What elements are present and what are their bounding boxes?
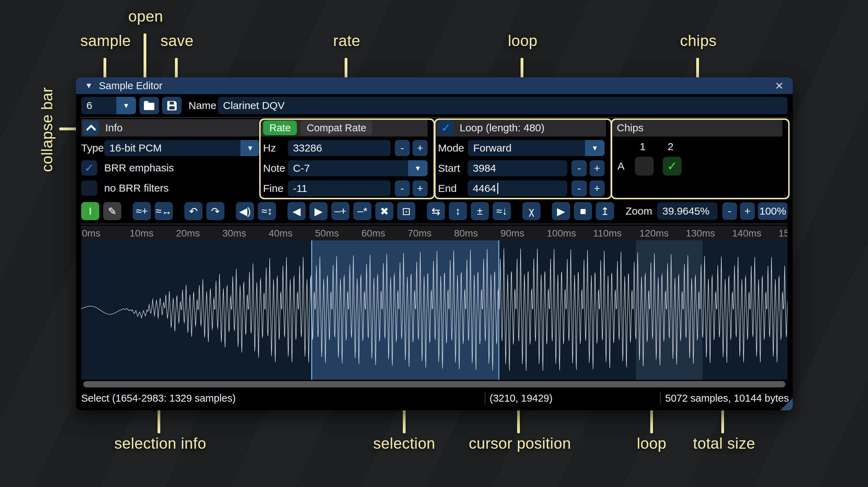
fade-out-button[interactable]: ▶ <box>309 202 328 220</box>
sample-select[interactable]: 6 ▼ <box>81 97 136 114</box>
chevron-up-icon <box>86 124 96 134</box>
note-select-value: C-7 <box>288 160 408 176</box>
loop-end-value: 4464 <box>473 183 496 194</box>
fade-in-button[interactable]: ◀ <box>287 202 306 220</box>
redo-button[interactable]: ↷ <box>206 202 224 220</box>
import-button[interactable]: ↥ <box>596 202 614 220</box>
import-icon: ↥ <box>600 205 609 217</box>
tab-rate[interactable]: Rate <box>263 121 297 135</box>
zoom-in-button[interactable]: + <box>740 202 755 220</box>
chevron-down-icon[interactable]: ▼ <box>585 140 605 156</box>
horizontal-scrollbar[interactable] <box>83 381 785 387</box>
select-mode-button[interactable]: I <box>81 202 99 220</box>
ruler-tick-label: 20ms <box>176 228 200 239</box>
chip-1-checkbox[interactable]: ✓ <box>635 157 654 176</box>
amplify-button[interactable]: ≈↕ <box>258 202 276 220</box>
loop-enable-checkbox[interactable]: ✓ <box>438 121 454 135</box>
loop-mode-select[interactable]: Forward ▼ <box>468 140 605 156</box>
hz-input[interactable]: 33286 <box>288 140 391 156</box>
invert-button[interactable]: ↕ <box>449 202 467 220</box>
annotation-cursor-position: cursor position <box>469 435 571 452</box>
time-ruler[interactable]: 0ms10ms20ms30ms40ms50ms60ms70ms80ms90ms1… <box>81 226 788 240</box>
sample-select-value: 6 <box>81 97 116 114</box>
no-brr-filters-checkbox[interactable]: ✓ <box>81 180 97 196</box>
zoom-input[interactable]: 39.9645% <box>657 202 717 220</box>
waveform-view[interactable] <box>81 240 788 380</box>
chips-column-2: 2 <box>668 141 674 153</box>
filter-button[interactable]: ≈↓ <box>493 202 511 220</box>
annotation-open: open <box>128 8 163 25</box>
undo-button[interactable]: ↶ <box>184 202 202 220</box>
hz-plus-button[interactable]: + <box>413 140 428 156</box>
ruler-tick-label: 0ms <box>82 228 100 239</box>
toolbar: I✎≈+≈↔↶↷◀)≈↕◀▶–+–*✖⊡⇆↕±≈↓χ▶■↥ Zoom 39.96… <box>81 202 788 220</box>
type-select[interactable]: 16-bit PCM ▼ <box>104 140 260 156</box>
save-floppy-icon <box>167 101 177 110</box>
window-resize-grip[interactable] <box>780 398 793 410</box>
trim-icon: ⊡ <box>402 205 410 217</box>
stop-button[interactable]: ■ <box>574 202 592 220</box>
tab-compat-rate[interactable]: Compat Rate <box>300 121 372 135</box>
reverse-button[interactable]: ⇆ <box>427 202 445 220</box>
annotation-save: save <box>161 32 194 49</box>
brr-emphasis-checkbox[interactable]: ✓ <box>81 160 97 176</box>
open-folder-icon <box>144 103 154 110</box>
zoom-reset-button[interactable]: 100% <box>758 202 788 220</box>
loop-start-value: 3984 <box>473 162 496 174</box>
resize-button[interactable]: ≈+ <box>133 202 151 220</box>
hz-minus-button[interactable]: - <box>395 140 410 156</box>
open-button[interactable] <box>139 97 159 114</box>
zoom-out-button[interactable]: - <box>722 202 737 220</box>
save-button[interactable] <box>162 97 182 114</box>
sample-editor-window: ▼ Sample Editor ✕ 6 ▼ Name Clarinet DQV <box>76 77 793 410</box>
loop-end-minus-button[interactable]: - <box>571 180 586 196</box>
note-select[interactable]: C-7 ▼ <box>288 160 428 176</box>
window-collapse-icon[interactable]: ▼ <box>85 81 93 90</box>
loop-start-minus-button[interactable]: - <box>571 160 586 176</box>
resample-icon: ≈↔ <box>156 205 172 217</box>
fine-plus-button[interactable]: + <box>413 180 428 196</box>
loop-start-input[interactable]: 3984 <box>468 160 567 176</box>
window-title: Sample Editor <box>99 80 162 92</box>
undo-icon: ↶ <box>189 205 198 217</box>
preview-icon: ◀) <box>239 205 251 217</box>
ruler-tick-label: 30ms <box>222 228 246 239</box>
fine-label: Fine <box>263 183 288 194</box>
fine-input[interactable]: -11 <box>288 180 391 196</box>
no-brr-filters-label: no BRR filters <box>104 182 169 194</box>
chevron-down-icon[interactable]: ▼ <box>116 97 136 114</box>
loop-start-plus-button[interactable]: + <box>590 160 605 176</box>
loop-end-plus-button[interactable]: + <box>590 180 605 196</box>
info-panel-header: Info <box>81 119 260 137</box>
ruler-tick-label: 50ms <box>315 228 339 239</box>
name-input[interactable]: Clarinet DQV <box>218 97 788 114</box>
waveform-canvas[interactable] <box>81 240 788 380</box>
delete-button[interactable]: ✖ <box>375 202 393 220</box>
chip-2-checkbox[interactable]: ✓ <box>663 157 682 176</box>
crossfade-button[interactable]: χ <box>522 202 540 220</box>
selection-info-text: Select (1654-2983: 1329 samples) <box>81 393 236 404</box>
insert-silence-button[interactable]: –+ <box>331 202 349 220</box>
close-icon[interactable]: ✕ <box>775 80 784 92</box>
select-mode-icon: I <box>89 205 92 217</box>
apply-silence-button[interactable]: –* <box>353 202 371 220</box>
signed-unsigned-button[interactable]: ± <box>471 202 489 220</box>
title-bar[interactable]: ▼ Sample Editor ✕ <box>76 77 793 94</box>
chips-row-label: A <box>617 160 624 172</box>
preview-button[interactable]: ◀) <box>236 202 254 220</box>
zoom-label: Zoom <box>625 205 652 217</box>
ruler-tick-label: 150ms <box>778 228 788 239</box>
info-collapse-button[interactable] <box>83 121 99 135</box>
chevron-down-icon[interactable]: ▼ <box>408 160 428 176</box>
mode-label: Mode <box>438 142 468 154</box>
play-button[interactable]: ▶ <box>552 202 570 220</box>
chevron-down-icon[interactable]: ▼ <box>240 140 260 156</box>
fine-minus-button[interactable]: - <box>395 180 410 196</box>
trim-button[interactable]: ⊡ <box>397 202 415 220</box>
loop-end-input[interactable]: 4464 <box>468 180 567 196</box>
draw-mode-button[interactable]: ✎ <box>103 202 121 220</box>
total-size-text: 5072 samples, 10144 bytes <box>665 393 789 404</box>
resample-button[interactable]: ≈↔ <box>155 202 173 220</box>
invert-icon: ↕ <box>455 205 461 217</box>
check-icon: ✓ <box>441 121 451 134</box>
